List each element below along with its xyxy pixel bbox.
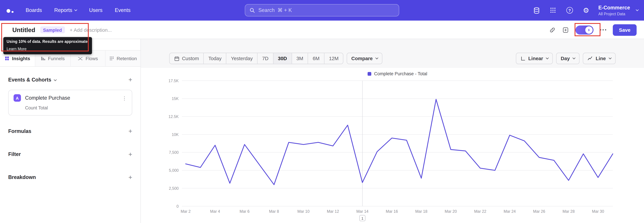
logo[interactable]: [6, 7, 13, 14]
search-icon: [250, 8, 255, 13]
add-filter-button[interactable]: [128, 151, 132, 158]
date-range-12m[interactable]: 12M: [324, 53, 343, 64]
events-cohorts-header: Events & Cohorts: [8, 77, 132, 83]
date-range-3m[interactable]: 3M: [292, 53, 308, 64]
primary-nav: BoardsReportsUsersEvents: [26, 8, 130, 13]
apps-grid-icon[interactable]: [549, 6, 557, 15]
calendar-icon: [174, 56, 180, 61]
date-range-yesterday[interactable]: Yesterday: [226, 53, 258, 64]
svg-text:Mar 20: Mar 20: [445, 209, 457, 213]
date-range-picker: CustomTodayYesterday7D30D3M6M12M: [169, 53, 344, 64]
toggle-knob: [585, 26, 593, 34]
chevron-down-icon: [376, 56, 378, 59]
add-event-button[interactable]: [128, 77, 132, 83]
learn-more-link[interactable]: Learn More: [6, 46, 26, 51]
retention-icon: [109, 56, 114, 61]
svg-text:Mar 8: Mar 8: [269, 209, 279, 213]
sidebar-section-filter: Filter: [8, 151, 132, 158]
svg-text:0: 0: [176, 204, 178, 208]
svg-text:Mar 28: Mar 28: [562, 209, 574, 213]
add-formulas-button[interactable]: [128, 128, 132, 135]
sidebar-sections: FormulasFilterBreakdown: [0, 128, 140, 181]
svg-text:Mar 6: Mar 6: [240, 209, 250, 213]
project-scope: All Project Data: [598, 11, 630, 16]
save-button[interactable]: Save: [613, 24, 636, 36]
chevron-down-icon[interactable]: [54, 78, 56, 81]
date-range-7d[interactable]: 7D: [258, 53, 273, 64]
add-description[interactable]: + Add description...: [70, 27, 112, 33]
event-metric-selector[interactable]: Count Total: [25, 105, 127, 110]
svg-text:15K: 15K: [172, 96, 179, 101]
settings-gear-icon[interactable]: [582, 6, 590, 15]
chart-controls: CustomTodayYesterday7D30D3M6M12M Compare…: [169, 53, 616, 64]
event-letter-chip: A: [14, 94, 21, 102]
svg-text:17.5K: 17.5K: [168, 79, 179, 83]
svg-text:Mar 18: Mar 18: [415, 209, 427, 213]
granularity-button[interactable]: Day: [556, 53, 580, 64]
flows-icon: [78, 56, 83, 61]
sampling-toggle[interactable]: [576, 25, 594, 34]
svg-text:5,000: 5,000: [169, 168, 178, 173]
search-input[interactable]: [258, 8, 394, 13]
chart-type-button[interactable]: Line: [583, 53, 616, 64]
svg-text:Mar 2: Mar 2: [180, 209, 190, 213]
report-header: Untitled Sampled + Add description... Sa…: [0, 21, 644, 39]
kebab-menu-icon[interactable]: [122, 94, 127, 102]
project-switcher[interactable]: E-Commerce All Project Data: [598, 5, 638, 16]
svg-text:Mar 26: Mar 26: [533, 209, 545, 213]
add-breakdown-button[interactable]: [128, 174, 132, 181]
date-range-6m[interactable]: 6M: [308, 53, 324, 64]
chevron-down-icon: [573, 56, 576, 59]
nav-item-events[interactable]: Events: [115, 8, 131, 13]
svg-text:1: 1: [362, 216, 364, 220]
logo-dot-icon: [12, 11, 14, 13]
nav-item-boards[interactable]: Boards: [26, 8, 42, 13]
main-content: CustomTodayYesterday7D30D3M6M12M Compare…: [141, 39, 644, 223]
svg-text:7,500: 7,500: [169, 150, 178, 155]
nav-item-users[interactable]: Users: [89, 8, 102, 13]
legend-swatch: [368, 72, 371, 76]
lightning-icon: [587, 28, 591, 32]
copy-link-icon[interactable]: [549, 27, 556, 33]
svg-text:Mar 24: Mar 24: [504, 209, 516, 213]
chart-legend[interactable]: Complete Purchase - Total: [182, 71, 613, 76]
chevron-down-icon: [636, 8, 639, 11]
search-bar[interactable]: [245, 4, 399, 16]
nav-item-reports[interactable]: Reports: [54, 8, 77, 13]
sampling-tooltip: Using 10% of data. Results are approxima…: [3, 37, 92, 54]
event-card[interactable]: A Complete Purchase Count Total: [8, 90, 132, 116]
nav-right-cluster: E-Commerce All Project Data: [533, 0, 638, 21]
svg-text:Mar 10: Mar 10: [297, 209, 310, 213]
svg-text:10K: 10K: [172, 133, 179, 137]
svg-text:Mar 14: Mar 14: [356, 209, 368, 213]
sampled-badge[interactable]: Sampled: [40, 26, 65, 33]
help-icon[interactable]: [566, 6, 574, 15]
funnels-icon: [40, 56, 46, 61]
project-name: E-Commerce: [598, 5, 630, 11]
value-scale-button[interactable]: Linear: [516, 53, 553, 64]
svg-text:Mar 22: Mar 22: [474, 209, 486, 213]
date-range-custom[interactable]: Custom: [170, 53, 204, 64]
data-management-icon[interactable]: [533, 6, 541, 15]
add-to-board-icon[interactable]: [562, 27, 569, 33]
event-name[interactable]: Complete Purchase: [25, 95, 118, 101]
chevron-down-icon: [608, 56, 612, 59]
sidebar-section-formulas: Formulas: [8, 128, 132, 135]
chart-card: 02,5005,0007,50010K12.5K15K17.5KMar 2Mar…: [141, 68, 644, 223]
analytics-app: BoardsReportsUsersEvents E-Commerce All …: [0, 0, 644, 223]
svg-text:Mar 12: Mar 12: [327, 209, 339, 213]
report-title[interactable]: Untitled: [12, 26, 35, 33]
top-nav: BoardsReportsUsersEvents E-Commerce All …: [0, 0, 644, 21]
svg-text:2,500: 2,500: [169, 186, 178, 191]
svg-text:12.5K: 12.5K: [168, 115, 179, 119]
line-chart[interactable]: 02,5005,0007,50010K12.5K15K17.5KMar 2Mar…: [141, 68, 644, 223]
compare-button[interactable]: Compare: [347, 53, 382, 64]
axis-icon: [520, 56, 526, 61]
date-range-today[interactable]: Today: [204, 53, 226, 64]
date-range-30d[interactable]: 30D: [273, 53, 292, 64]
svg-text:Mar 16: Mar 16: [386, 209, 398, 213]
more-options-icon[interactable]: [600, 29, 606, 30]
tab-retention[interactable]: Retention: [106, 51, 140, 66]
query-builder-sidebar: Insights Funnels Flows Retention Events …: [0, 39, 141, 223]
insights-icon: [5, 56, 10, 61]
